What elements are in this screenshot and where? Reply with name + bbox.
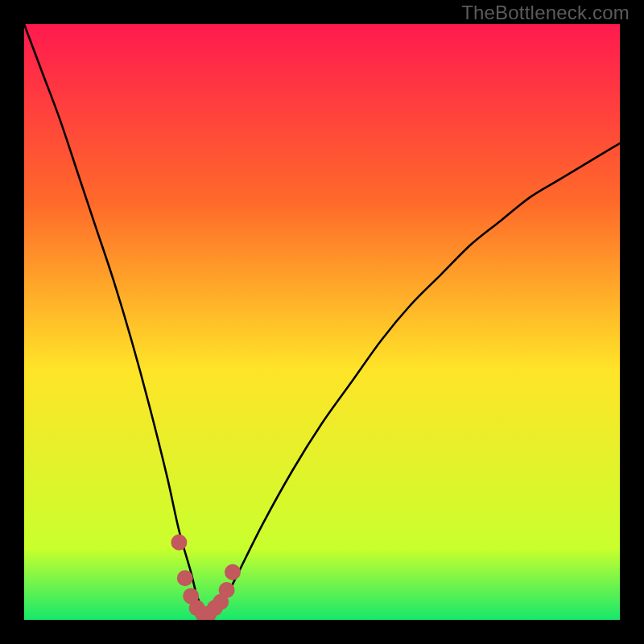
marker-dot	[225, 565, 240, 580]
marker-dot	[178, 571, 192, 585]
marker-dot	[171, 535, 186, 550]
marker-dot	[220, 583, 234, 597]
bottleneck-chart	[24, 24, 620, 620]
gradient-background	[24, 24, 620, 620]
chart-frame: TheBottleneck.com	[0, 0, 644, 644]
watermark-text: TheBottleneck.com	[461, 2, 630, 24]
plot-area	[24, 24, 620, 620]
